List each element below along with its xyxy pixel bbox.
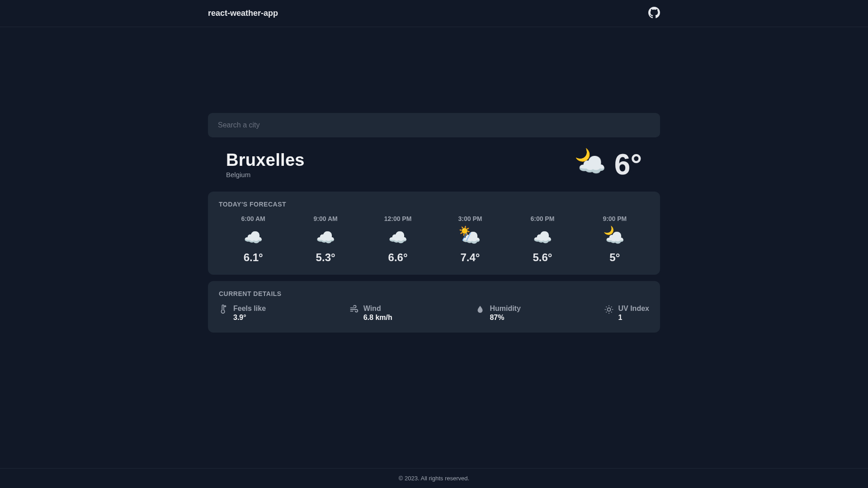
wind-icon bbox=[349, 305, 359, 316]
detail-wind: Wind 6.8 km/h bbox=[349, 305, 392, 322]
cloudy-icon: ☁️ bbox=[244, 228, 263, 246]
detail-label: Wind bbox=[363, 305, 392, 313]
cloudy-icon: ☁️ bbox=[316, 228, 335, 246]
droplet-icon bbox=[475, 305, 485, 316]
detail-uv: UV Index 1 bbox=[604, 305, 649, 322]
forecast-time: 12:00 PM bbox=[384, 215, 412, 222]
details-card: CURRENT DETAILS Feels like 3.9° Wind 6.8… bbox=[208, 281, 660, 333]
search-container bbox=[208, 113, 660, 137]
github-icon bbox=[648, 7, 660, 20]
forecast-item: 3:00 PM ☀️☁️╱╱ 7.4° bbox=[436, 215, 505, 264]
forecast-title: TODAY'S FORECAST bbox=[219, 201, 649, 208]
current-weather: Bruxelles Belgium 🌙☁️ 6° bbox=[208, 137, 660, 192]
forecast-temp: 6.1° bbox=[244, 251, 263, 264]
svg-point-0 bbox=[225, 305, 226, 307]
forecast-temp: 7.4° bbox=[460, 251, 480, 264]
detail-value: 87% bbox=[490, 314, 520, 322]
detail-humidity: Humidity 87% bbox=[475, 305, 520, 322]
footer: © 2023. All rights reserved. bbox=[0, 468, 868, 488]
forecast-item: 9:00 AM ☁️ 5.3° bbox=[291, 215, 360, 264]
detail-label: Humidity bbox=[490, 305, 520, 313]
forecast-temp: 5° bbox=[609, 251, 620, 264]
forecast-time: 6:00 AM bbox=[241, 215, 265, 222]
detail-label: UV Index bbox=[618, 305, 649, 313]
footer-text: © 2023. All rights reserved. bbox=[399, 475, 469, 482]
forecast-temp: 6.6° bbox=[388, 251, 408, 264]
forecast-time: 9:00 AM bbox=[314, 215, 338, 222]
cloudy-icon: ☁️ bbox=[533, 228, 552, 246]
details-title: CURRENT DETAILS bbox=[219, 290, 649, 297]
partly-cloudy-night-icon: 🌙☁️ bbox=[577, 150, 606, 178]
github-link[interactable] bbox=[648, 7, 660, 20]
detail-value: 1 bbox=[618, 314, 649, 322]
forecast-time: 3:00 PM bbox=[458, 215, 482, 222]
forecast-temp: 5.3° bbox=[316, 251, 335, 264]
cloudy-icon: ☁️ bbox=[388, 228, 407, 246]
forecast-item: 6:00 PM ☁️ 5.6° bbox=[508, 215, 577, 264]
forecast-time: 9:00 PM bbox=[603, 215, 627, 222]
forecast-item: 6:00 AM ☁️ 6.1° bbox=[219, 215, 288, 264]
forecast-item: 12:00 PM ☁️ 6.6° bbox=[363, 215, 432, 264]
detail-label: Feels like bbox=[233, 305, 266, 313]
location-block: Bruxelles Belgium bbox=[226, 150, 305, 178]
sun-icon bbox=[604, 305, 614, 316]
detail-value: 3.9° bbox=[233, 314, 266, 322]
search-input[interactable] bbox=[218, 121, 650, 129]
forecast-card: TODAY'S FORECAST 6:00 AM ☁️ 6.1° 9:00 AM… bbox=[208, 192, 660, 275]
detail-feels-like: Feels like 3.9° bbox=[219, 305, 266, 322]
partly-cloudy-night-icon: 🌙☁️ bbox=[605, 228, 625, 247]
app-title: react-weather-app bbox=[208, 9, 278, 18]
svg-point-1 bbox=[607, 308, 610, 311]
details-row: Feels like 3.9° Wind 6.8 km/h Humidi bbox=[219, 305, 649, 322]
partly-sunny-showers-icon: ☀️☁️╱╱ bbox=[460, 228, 480, 247]
forecast-row: 6:00 AM ☁️ 6.1° 9:00 AM ☁️ 5.3° 12:00 PM… bbox=[219, 215, 649, 264]
country-name: Belgium bbox=[226, 171, 305, 178]
thermometer-icon bbox=[219, 305, 229, 316]
current-temp: 6° bbox=[614, 150, 642, 179]
forecast-temp: 5.6° bbox=[533, 251, 552, 264]
city-name: Bruxelles bbox=[226, 150, 305, 170]
current-temp-block: 🌙☁️ 6° bbox=[577, 150, 642, 179]
topbar: react-weather-app bbox=[0, 0, 868, 27]
forecast-item: 9:00 PM 🌙☁️ 5° bbox=[580, 215, 649, 264]
detail-value: 6.8 km/h bbox=[363, 314, 392, 322]
forecast-time: 6:00 PM bbox=[530, 215, 554, 222]
main-content: Bruxelles Belgium 🌙☁️ 6° TODAY'S FORECAS… bbox=[208, 27, 660, 333]
